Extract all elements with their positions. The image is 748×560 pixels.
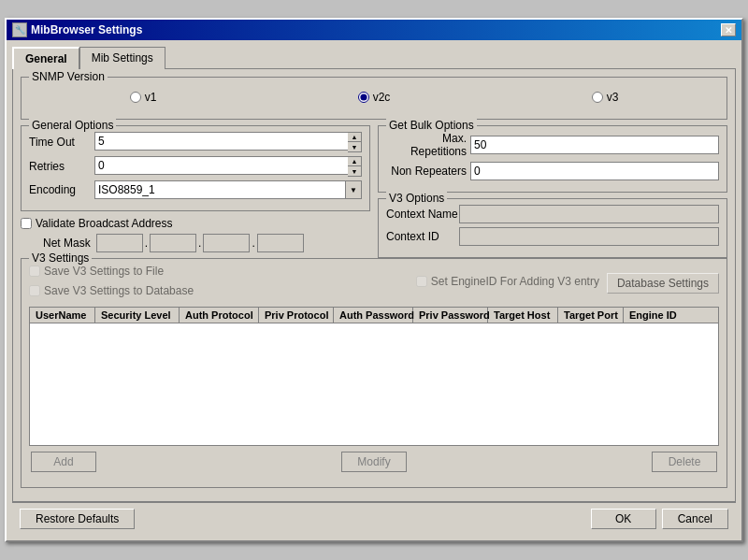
database-settings-btn[interactable]: Database Settings [607, 273, 719, 294]
retries-input[interactable] [94, 156, 348, 175]
netmask-field-3[interactable] [203, 234, 250, 252]
timeout-down-btn[interactable]: ▼ [348, 142, 361, 151]
tab-content-general: SNMP Version v1 v2c v3 [12, 68, 736, 502]
netmask-field-4[interactable] [257, 234, 304, 252]
add-button[interactable]: Add [31, 452, 96, 472]
footer-right-buttons: OK Cancel [591, 509, 728, 529]
context-name-input[interactable] [459, 205, 719, 223]
retries-up-btn[interactable]: ▲ [348, 157, 361, 166]
v3-table: UserName Security Level Auth Protocol Pr… [29, 307, 719, 446]
restore-defaults-button[interactable]: Restore Defaults [20, 509, 135, 529]
timeout-spinner-wrapper: ▲ ▼ [94, 132, 362, 152]
v3-checkboxes: Save V3 Settings to File Save V3 Setting… [29, 265, 194, 301]
tab-bar: General Mib Settings [12, 46, 736, 68]
snmp-version-section: SNMP Version v1 v2c v3 [21, 77, 727, 120]
timeout-input[interactable] [94, 132, 348, 151]
context-id-label: Context ID [386, 230, 459, 243]
validate-broadcast-label: Validate Broadcast Address [36, 217, 173, 230]
non-rep-input[interactable] [470, 162, 719, 180]
netmask-dot-2: . [198, 237, 201, 250]
save-file-checkbox[interactable] [29, 266, 40, 277]
context-name-row: Context Name [386, 205, 719, 223]
v3-top-row: Save V3 Settings to File Save V3 Setting… [29, 265, 719, 301]
delete-button[interactable]: Delete [652, 452, 717, 472]
tab-mib-settings[interactable]: Mib Settings [79, 47, 165, 69]
right-column: Get Bulk Options Max. Repetitions Non Re… [378, 125, 727, 258]
validate-broadcast-checkbox[interactable] [21, 218, 32, 229]
radio-v1-item: v1 [130, 91, 157, 104]
save-db-checkbox[interactable] [29, 285, 40, 296]
action-buttons: Add Modify Delete [29, 452, 719, 472]
save-file-row: Save V3 Settings to File [29, 265, 194, 278]
radio-v1[interactable] [130, 92, 141, 103]
col-priv-password: Priv Password [413, 308, 488, 323]
netmask-dot-1: . [145, 237, 148, 250]
title-bar: 🔧 MibBrowser Settings ✕ [7, 20, 741, 40]
non-rep-row: Non Repeaters [386, 162, 719, 180]
timeout-row: Time Out ▲ ▼ [29, 132, 362, 152]
non-rep-label: Non Repeaters [386, 165, 470, 178]
close-button[interactable]: ✕ [721, 23, 736, 36]
save-file-label: Save V3 Settings to File [44, 265, 164, 278]
retries-label: Retries [29, 160, 94, 173]
set-engine-checkbox[interactable] [416, 276, 427, 287]
netmask-field-2[interactable] [150, 234, 196, 252]
ok-button[interactable]: OK [591, 509, 656, 529]
general-options-title: General Options [29, 119, 116, 132]
retries-spinner: ▲ ▼ [348, 156, 362, 177]
v3-settings-section: V3 Settings Save V3 Settings to File Sav… [21, 258, 727, 488]
cancel-button[interactable]: Cancel [662, 509, 728, 529]
main-two-col: General Options Time Out ▲ ▼ [21, 125, 727, 258]
snmp-version-radio-group: v1 v2c v3 [29, 83, 719, 111]
footer: Restore Defaults OK Cancel [12, 502, 736, 535]
netmask-dot-3: . [252, 237, 254, 250]
window-icon: 🔧 [12, 22, 27, 37]
col-engine-id: Engine ID [624, 308, 689, 323]
max-rep-row: Max. Repetitions [386, 132, 719, 158]
save-db-label: Save V3 Settings to Database [44, 284, 194, 297]
context-id-input[interactable] [459, 227, 719, 246]
max-rep-input[interactable] [470, 136, 719, 154]
settings-window: 🔧 MibBrowser Settings ✕ General Mib Sett… [5, 18, 743, 542]
radio-v3-label: v3 [607, 91, 619, 104]
encoding-input[interactable] [94, 180, 362, 199]
retries-spinner-wrapper: ▲ ▼ [94, 156, 362, 177]
radio-v1-label: v1 [145, 91, 157, 104]
tab-general[interactable]: General [12, 47, 79, 69]
save-db-row: Save V3 Settings to Database [29, 284, 194, 297]
window-title: MibBrowser Settings [31, 23, 142, 36]
context-name-label: Context Name [386, 208, 459, 221]
col-security-level: Security Level [95, 308, 180, 323]
col-auth-protocol: Auth Protocol [180, 308, 259, 323]
v3-right-controls: Set EngineID For Adding V3 entry Databas… [416, 273, 719, 294]
radio-v2c-label: v2c [373, 91, 391, 104]
get-bulk-title: Get Bulk Options [386, 119, 477, 132]
max-rep-label: Max. Repetitions [386, 132, 470, 158]
radio-v2c[interactable] [358, 92, 369, 103]
table-header: UserName Security Level Auth Protocol Pr… [30, 308, 718, 323]
general-options-section: General Options Time Out ▲ ▼ [21, 125, 370, 211]
validate-broadcast-row: Validate Broadcast Address [21, 217, 370, 230]
window-content: General Mib Settings SNMP Version v1 v2c [7, 40, 741, 540]
retries-down-btn[interactable]: ▼ [348, 166, 361, 176]
radio-v2c-item: v2c [358, 91, 391, 104]
set-engine-row: Set EngineID For Adding V3 entry [416, 275, 599, 288]
modify-button[interactable]: Modify [341, 452, 407, 472]
validate-broadcast-wrapper: Validate Broadcast Address Net Mask . . … [21, 217, 370, 252]
title-bar-left: 🔧 MibBrowser Settings [12, 22, 142, 37]
timeout-up-btn[interactable]: ▲ [348, 133, 361, 142]
netmask-label: Net Mask [43, 237, 91, 250]
col-username: UserName [30, 308, 95, 323]
table-body[interactable] [30, 323, 718, 445]
v3-options-title: V3 Options [386, 192, 447, 205]
timeout-label: Time Out [29, 136, 94, 149]
col-priv-protocol: Priv Protocol [259, 308, 334, 323]
radio-v3[interactable] [592, 92, 603, 103]
get-bulk-section: Get Bulk Options Max. Repetitions Non Re… [378, 125, 727, 193]
encoding-row: Encoding ▼ [29, 180, 362, 199]
col-target-port: Target Port [558, 308, 624, 323]
netmask-row: Net Mask . . . [21, 234, 370, 252]
context-id-row: Context ID [386, 227, 719, 246]
set-engine-label: Set EngineID For Adding V3 entry [431, 275, 599, 288]
netmask-field-1[interactable] [96, 234, 143, 252]
